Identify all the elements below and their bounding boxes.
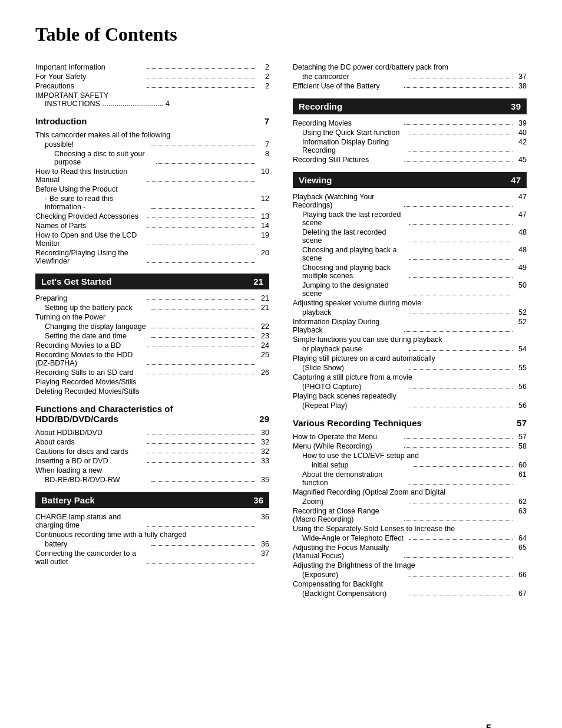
toc-entry: (Backlight Compensation) 67 xyxy=(293,589,527,598)
toc-entry: Changing the display language 22 xyxy=(35,322,269,331)
toc-entry: Before Using the Product xyxy=(35,185,269,193)
toc-entry: Using the Quick Start function 40 xyxy=(293,129,527,137)
toc-entry: Recording Movies to a BD 24 xyxy=(35,341,269,350)
top-entries-left: Important Information 2 For Your Safety … xyxy=(35,63,269,108)
toc-entry: Recording Movies to the HDD (DZ-BD7HA) 2… xyxy=(35,351,269,367)
toc-entry: Detaching the DC power cord/battery pack… xyxy=(293,63,527,71)
toc-entry: Inserting a BD or DVD 33 xyxy=(35,457,269,465)
toc-entry: Jumping to the designated scene 50 xyxy=(293,281,527,298)
section-recording: Recording 39 xyxy=(293,98,527,114)
left-column: Important Information 2 For Your Safety … xyxy=(35,63,269,599)
page-title: Table of Contents xyxy=(35,24,527,45)
toc-entry: Zoom) 62 xyxy=(293,498,527,506)
toc-entry: (Slide Show) 55 xyxy=(293,364,527,372)
toc-entry: Adjusting the Focus Manually (Manual Foc… xyxy=(293,543,527,560)
toc-entry: BD-RE/BD-R/DVD-RW 35 xyxy=(35,476,269,484)
toc-entry: or playback pause 54 xyxy=(293,345,527,353)
toc-entry: Magnified Recording (Optical Zoom and Di… xyxy=(293,488,527,496)
toc-entry: How to Operate the Menu 57 xyxy=(293,433,527,441)
toc-entry: Choosing a disc to suit your purpose 8 xyxy=(35,150,269,166)
toc-entry: Playing Recorded Movies/Stills xyxy=(35,378,269,386)
section-lets-get-started: Let's Get Started 21 xyxy=(35,274,269,289)
toc-entry: Names of Parts 14 xyxy=(35,222,269,230)
functions-entries: About HDD/BD/DVD 30 About cards 32 Cauti… xyxy=(35,429,269,484)
battery-pack-entries: CHARGE lamp status and charging time 36 … xyxy=(35,513,269,566)
toc-entry: Checking Provided Accessories 13 xyxy=(35,212,269,220)
toc-entry: Preparing 21 xyxy=(35,294,269,302)
toc-entry: Capturing a still picture from a movie xyxy=(293,373,527,381)
toc-entry: How to Read this Instruction Manual 10 xyxy=(35,167,269,184)
toc-entry-important-safety: Important Safety Instructions ..........… xyxy=(35,91,269,108)
toc-entry: Playback (Watching Your Recordings) 47 xyxy=(293,193,527,209)
toc-entry: Playing still pictures on a card automat… xyxy=(293,354,527,363)
toc-entry: (Repeat Play) 56 xyxy=(293,401,527,410)
lets-get-started-entries: Preparing 21 Setting up the battery pack… xyxy=(35,294,269,396)
toc-entry: Recording Movies 39 xyxy=(293,119,527,127)
top-entries-right: Detaching the DC power cord/battery pack… xyxy=(293,63,527,90)
toc-entry: How to Open and Use the LCD Monitor 19 xyxy=(35,231,269,248)
toc-entry: Continuous recording time with a fully c… xyxy=(35,531,269,539)
toc-entry: Compensating for Backlight xyxy=(293,580,527,588)
toc-entry-important-info: Important Information 2 xyxy=(35,63,269,71)
toc-entry: playback 52 xyxy=(293,308,527,317)
two-column-layout: Important Information 2 For Your Safety … xyxy=(35,63,527,599)
toc-entry: Recording/Playing Using the Viewfinder 2… xyxy=(35,249,269,265)
introduction-entries: This camcorder makes all of the followin… xyxy=(35,131,269,265)
section-introduction: Introduction 7 xyxy=(35,116,269,126)
toc-entry: Adjusting the Brightness of the Image xyxy=(293,561,527,569)
viewing-entries: Playback (Watching Your Recordings) 47 P… xyxy=(293,193,527,410)
page-number: 5 xyxy=(486,723,491,728)
toc-entry: Choosing and playing back multiple scene… xyxy=(293,263,527,280)
section-various-recording: Various Recording Techniques 57 xyxy=(293,418,527,428)
toc-entry: Playing back scenes repeatedly xyxy=(293,392,527,400)
section-battery-pack: Battery Pack 36 xyxy=(35,492,269,508)
toc-entry: Information Display During Recording 42 xyxy=(293,138,527,154)
toc-entry: About the demonstration function 61 xyxy=(293,470,527,487)
section-functions: Functions and Characteristics ofHDD/BD/D… xyxy=(35,404,269,424)
toc-entry-precautions: Precautions 2 xyxy=(35,82,269,90)
page-wrapper: Table of Contents Important Information … xyxy=(35,24,527,728)
toc-entry: CHARGE lamp status and charging time 36 xyxy=(35,513,269,529)
toc-entry: Wide-Angle or Telephoto Effect 64 xyxy=(293,534,527,542)
toc-entry: Deleting the last recorded scene 48 xyxy=(293,228,527,245)
toc-entry: Choosing and playing back a scene 48 xyxy=(293,246,527,262)
toc-entry: When loading a new xyxy=(35,466,269,475)
toc-entry: Recording at Close Range (Macro Recordin… xyxy=(293,507,527,523)
toc-entry: Adjusting speaker volume during movie xyxy=(293,299,527,307)
toc-entry: Deleting Recorded Movies/Stills xyxy=(35,387,269,396)
toc-entry: (Exposure) 66 xyxy=(293,571,527,579)
toc-entry: Playing back the last recorded scene 47 xyxy=(293,210,527,227)
toc-entry: Turning on the Power xyxy=(35,313,269,321)
toc-entry: the camcorder 37 xyxy=(293,73,527,81)
right-column: Detaching the DC power cord/battery pack… xyxy=(293,63,527,599)
toc-entry: Connecting the camcorder to a wall outle… xyxy=(35,549,269,566)
toc-entry: initial setup 60 xyxy=(293,461,527,469)
toc-entry: Recording Stills to an SD card 26 xyxy=(35,368,269,377)
various-recording-entries: How to Operate the Menu 57 Menu (While R… xyxy=(293,433,527,598)
toc-entry: This camcorder makes all of the followin… xyxy=(35,131,269,139)
toc-entry: About HDD/BD/DVD 30 xyxy=(35,429,269,437)
section-viewing: Viewing 47 xyxy=(293,172,527,188)
toc-entry: Efficient Use of the Battery 38 xyxy=(293,82,527,90)
toc-entry: Menu (While Recording) 58 xyxy=(293,442,527,450)
toc-entry: About cards 32 xyxy=(35,438,269,446)
toc-entry: Setting the date and time 23 xyxy=(35,332,269,340)
toc-entry: Simple functions you can use during play… xyxy=(293,335,527,344)
toc-entry: Recording Still Pictures 45 xyxy=(293,156,527,164)
toc-entry: Setting up the battery pack 21 xyxy=(35,304,269,312)
recording-entries: Recording Movies 39 Using the Quick Star… xyxy=(293,119,527,164)
toc-entry: possible! 7 xyxy=(35,140,269,149)
toc-entry: Cautions for discs and cards 32 xyxy=(35,447,269,456)
toc-entry: - Be sure to read this information - 12 xyxy=(35,195,269,211)
toc-entry: (PHOTO Capture) 56 xyxy=(293,383,527,391)
toc-entry: Using the Separately-Sold Lenses to Incr… xyxy=(293,525,527,533)
toc-entry: battery 36 xyxy=(35,540,269,548)
toc-entry: How to use the LCD/EVF setup and xyxy=(293,452,527,460)
toc-entry-safety: For Your Safety 2 xyxy=(35,73,269,81)
toc-entry: Information Display During Playback 52 xyxy=(293,318,527,334)
